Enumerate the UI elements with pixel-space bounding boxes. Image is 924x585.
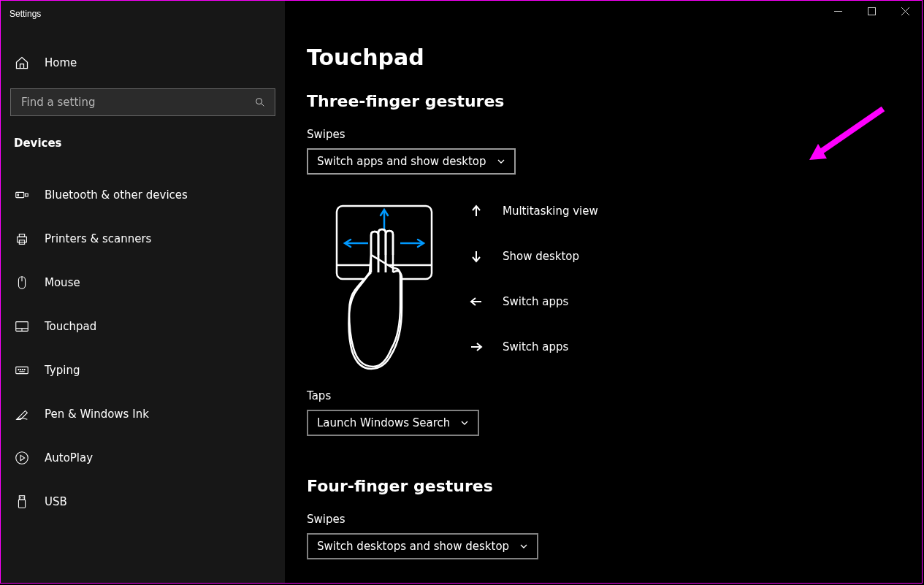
arrow-up-icon [469,204,484,218]
taps-label: Taps [307,389,900,402]
keyboard-icon [14,362,30,378]
svg-point-20 [16,452,28,464]
minimize-button[interactable] [821,1,855,21]
taps-dropdown[interactable]: Launch Windows Search [307,410,479,436]
svg-point-18 [24,370,25,370]
category-header: Devices [1,121,285,160]
search-box[interactable] [10,88,275,116]
close-button[interactable] [888,1,922,21]
gesture-right-label: Switch apps [503,340,568,353]
maximize-button[interactable] [855,1,888,21]
sidebar-item-label: USB [45,495,272,508]
gesture-row-up: Multitasking view [469,204,598,218]
sidebar-item-pen[interactable]: Pen & Windows Ink [1,392,285,436]
sidebar-item-label: Touchpad [45,320,272,333]
chevron-down-icon [519,542,528,551]
sidebar-item-label: Typing [45,364,272,377]
main-content: Touchpad Three-finger gestures Swipes Sw… [285,1,922,583]
svg-point-15 [18,370,19,370]
sidebar-item-label: Pen & Windows Ink [45,408,272,421]
swipes4-dropdown[interactable]: Switch desktops and show desktop [307,533,538,559]
sidebar-item-printers[interactable]: Printers & scanners [1,217,285,261]
svg-rect-22 [19,496,24,500]
svg-rect-27 [868,7,875,15]
usb-icon [14,494,30,510]
mouse-icon [14,275,30,291]
svg-rect-23 [18,500,25,508]
swipes-dropdown-value: Switch apps and show desktop [317,155,486,168]
gesture-down-label: Show desktop [503,250,579,263]
home-label: Home [45,56,77,69]
autoplay-icon [14,450,30,466]
sidebar-item-label: Bluetooth & other devices [45,188,272,202]
pen-icon [14,406,30,422]
search-input[interactable] [20,95,254,110]
page-title: Touchpad [307,45,900,70]
taps-dropdown-value: Launch Windows Search [317,416,450,429]
section-three-finger: Three-finger gestures [307,92,900,110]
sidebar-item-touchpad[interactable]: Touchpad [1,305,285,348]
touchpad-gesture-diagram [333,202,435,370]
sidebar-item-usb[interactable]: USB [1,480,285,524]
swipes-dropdown[interactable]: Switch apps and show desktop [307,148,516,175]
arrow-left-icon [469,294,484,309]
nav-list: Bluetooth & other devices Printers & sca… [1,173,285,524]
chevron-down-icon [460,418,469,427]
gesture-row-down: Show desktop [469,249,598,264]
swipes-label: Swipes [307,128,900,141]
gesture-row-left: Switch apps [469,294,598,309]
sidebar-item-label: Printers & scanners [45,232,272,245]
svg-marker-21 [20,455,25,460]
sidebar-item-typing[interactable]: Typing [1,348,285,392]
sidebar: Settings Home Devices [1,1,285,583]
gesture-up-label: Multitasking view [503,204,598,218]
gesture-diagram-block: Multitasking view Show desktop Switch ap… [333,202,900,370]
home-button[interactable]: Home [1,45,285,81]
sidebar-item-mouse[interactable]: Mouse [1,261,285,305]
arrow-right-icon [469,340,484,354]
sidebar-item-label: AutoPlay [45,451,272,464]
search-icon [254,96,266,108]
home-icon [14,55,30,71]
arrow-down-icon [469,249,484,264]
sidebar-item-bluetooth[interactable]: Bluetooth & other devices [1,173,285,217]
window-controls [821,1,922,21]
printer-icon [14,231,30,247]
gesture-legend: Multitasking view Show desktop Switch ap… [469,202,598,370]
svg-rect-3 [26,194,28,196]
svg-line-1 [261,104,264,107]
chevron-down-icon [497,157,505,166]
window-title: Settings [1,4,285,24]
sidebar-item-label: Mouse [45,276,272,289]
section-four-finger: Four-finger gestures [307,477,900,495]
sidebar-item-autoplay[interactable]: AutoPlay [1,436,285,480]
svg-rect-14 [16,367,28,373]
svg-rect-6 [18,237,27,242]
touchpad-icon [14,318,30,334]
bluetooth-icon [14,187,30,203]
gesture-left-label: Switch apps [503,295,568,308]
svg-point-17 [22,370,23,370]
svg-marker-37 [809,144,827,160]
gesture-row-right: Switch apps [469,340,598,354]
swipes4-dropdown-value: Switch desktops and show desktop [317,540,509,553]
swipes4-label: Swipes [307,513,900,526]
svg-point-0 [256,99,262,104]
svg-rect-7 [19,234,24,237]
svg-point-16 [20,370,21,370]
